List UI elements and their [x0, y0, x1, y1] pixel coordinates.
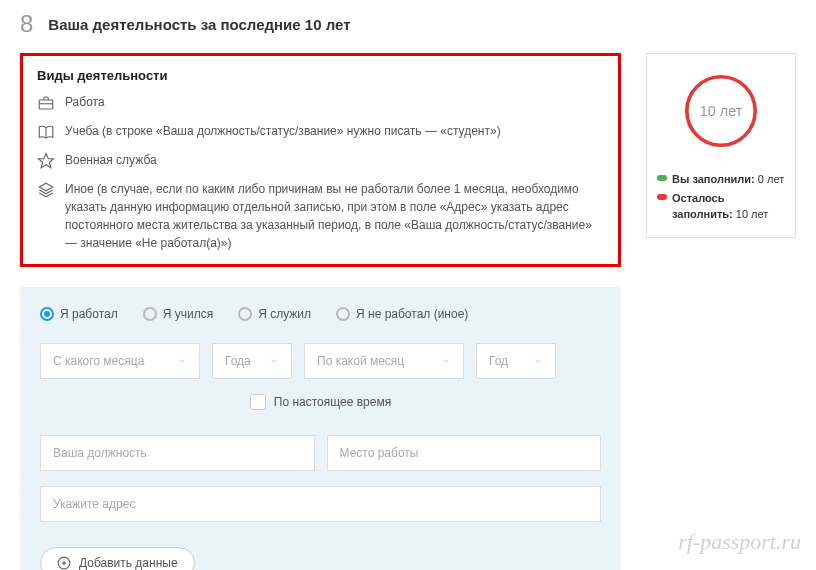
plus-icon — [57, 556, 71, 570]
radio-indicator — [40, 307, 54, 321]
activity-item-work: Работа — [37, 93, 604, 112]
input-placeholder: Место работы — [340, 446, 419, 460]
workplace-input[interactable]: Место работы — [327, 435, 602, 471]
select-placeholder: По какой месяц — [317, 354, 404, 368]
select-placeholder: Год — [489, 354, 508, 368]
chevron-down-icon — [177, 356, 187, 366]
section-header: 8 Ваша деятельность за последние 10 лет — [20, 10, 796, 38]
select-placeholder: С какого месяца — [53, 354, 144, 368]
chevron-down-icon — [533, 356, 543, 366]
chevron-down-icon — [269, 356, 279, 366]
status-panel: 10 лет Вы заполнили: 0 лет Осталось запо… — [646, 53, 796, 238]
activity-item-military: Военная служба — [37, 151, 604, 170]
radio-label: Я работал — [60, 307, 118, 321]
radio-label: Я не работал (иное) — [356, 307, 468, 321]
activity-item-label: Учеба (в строке «Ваша должность/статус/з… — [65, 122, 501, 140]
add-data-button[interactable]: Добавить данные — [40, 547, 195, 570]
activity-types-box: Виды деятельности Работа Учеба (в строке… — [20, 53, 621, 267]
input-placeholder: Ваша должность — [53, 446, 147, 460]
layers-icon — [37, 181, 55, 199]
activity-item-label: Военная служба — [65, 151, 157, 169]
radio-label: Я служил — [258, 307, 311, 321]
legend-label: Осталось заполнить: — [672, 192, 733, 221]
present-checkbox[interactable] — [250, 394, 266, 410]
input-placeholder: Укажите адрес — [53, 497, 135, 511]
select-placeholder: Года — [225, 354, 251, 368]
address-input[interactable]: Укажите адрес — [40, 486, 601, 522]
add-label: Добавить данные — [79, 556, 178, 570]
from-year-select[interactable]: Года — [212, 343, 292, 379]
legend-filled: Вы заполнили: 0 лет — [657, 171, 785, 188]
to-year-select[interactable]: Год — [476, 343, 556, 379]
svg-marker-4 — [39, 183, 53, 191]
radio-indicator — [336, 307, 350, 321]
form-panel: Я работал Я учился Я служил Я не работал… — [20, 287, 621, 570]
book-icon — [37, 123, 55, 141]
section-number: 8 — [20, 10, 33, 38]
chevron-down-icon — [441, 356, 451, 366]
progress-circle: 10 лет — [676, 66, 766, 159]
radio-label: Я учился — [163, 307, 213, 321]
radio-indicator — [238, 307, 252, 321]
legend-dot-green — [657, 175, 667, 181]
activity-radio-group: Я работал Я учился Я служил Я не работал… — [40, 307, 601, 321]
section-title: Ваша деятельность за последние 10 лет — [48, 16, 350, 33]
to-month-select[interactable]: По какой месяц — [304, 343, 464, 379]
position-input[interactable]: Ваша должность — [40, 435, 315, 471]
legend-label: Вы заполнили: — [672, 173, 755, 185]
radio-study[interactable]: Я учился — [143, 307, 213, 321]
circle-label: 10 лет — [700, 103, 743, 119]
legend-remaining: Осталось заполнить: 10 лет — [657, 190, 785, 223]
svg-marker-3 — [39, 154, 54, 168]
activity-item-label: Работа — [65, 93, 105, 111]
activity-item-other: Иное (в случае, если по каким либо причи… — [37, 180, 604, 252]
activity-item-label: Иное (в случае, если по каким либо причи… — [65, 180, 604, 252]
activity-item-study: Учеба (в строке «Ваша должность/статус/з… — [37, 122, 604, 141]
radio-none[interactable]: Я не работал (иное) — [336, 307, 468, 321]
radio-indicator — [143, 307, 157, 321]
svg-rect-0 — [39, 100, 53, 109]
briefcase-icon — [37, 94, 55, 112]
legend-value: 0 лет — [758, 173, 784, 185]
legend-value: 10 лет — [736, 208, 769, 220]
present-label: По настоящее время — [274, 395, 391, 409]
activity-types-title: Виды деятельности — [37, 68, 604, 83]
star-icon — [37, 152, 55, 170]
radio-work[interactable]: Я работал — [40, 307, 118, 321]
radio-military[interactable]: Я служил — [238, 307, 311, 321]
from-month-select[interactable]: С какого месяца — [40, 343, 200, 379]
legend-dot-red — [657, 194, 667, 200]
